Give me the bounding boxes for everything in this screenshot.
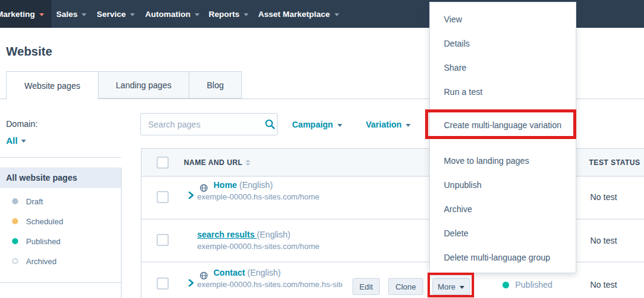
column-header-label: TEST STATUS	[589, 158, 640, 167]
tab-label: Blog	[207, 80, 224, 90]
sidebar-item-all-website-pages[interactable]: All website pages	[0, 167, 121, 188]
row-checkbox[interactable]	[157, 234, 169, 246]
nav-item-label: Reports	[209, 10, 239, 19]
search-input[interactable]	[141, 120, 262, 129]
chevron-down-icon	[82, 13, 86, 16]
sidebar-divider	[0, 282, 121, 283]
nav-item-sales[interactable]: Sales	[56, 0, 86, 28]
domain-filter-dropdown[interactable]: All	[6, 135, 26, 146]
domain-filter-label: Domain:	[6, 119, 37, 129]
tab-label: Landing pages	[116, 80, 172, 90]
menu-item-run-a-test[interactable]: Run a test	[430, 80, 576, 104]
expand-row-icon[interactable]	[187, 279, 195, 290]
nav-item-marketing[interactable]: Marketing	[0, 0, 51, 28]
nav-item-label: Asset Marketplace	[258, 10, 330, 19]
clone-button[interactable]: Clone	[388, 278, 423, 295]
chevron-down-icon	[337, 124, 342, 127]
more-actions-menu: View Details Share Run a test Create mul…	[429, 2, 576, 273]
row-checkbox[interactable]	[157, 277, 169, 290]
chevron-down-icon	[244, 13, 249, 16]
sidebar-item-published[interactable]: Published	[0, 233, 121, 249]
sidebar-item-label: All website pages	[6, 173, 77, 183]
page-title: Website	[6, 45, 52, 59]
sidebar-item-label: Scheduled	[26, 217, 63, 226]
page-language: (English)	[239, 180, 273, 190]
tab-blog[interactable]: Blog	[189, 71, 242, 99]
chevron-down-icon	[21, 140, 26, 143]
page-language: (English)	[257, 230, 290, 239]
more-button-label: More	[438, 282, 456, 291]
nav-item-label: Automation	[145, 10, 190, 19]
sidebar-item-label: Draft	[26, 197, 43, 206]
sort-icon[interactable]	[246, 160, 250, 166]
tab-website-pages[interactable]: Website pages	[6, 71, 99, 99]
row-checkbox[interactable]	[157, 191, 169, 203]
nav-item-label: Marketing	[0, 10, 35, 19]
archived-status-dot-icon	[12, 258, 18, 264]
menu-item-view[interactable]: View	[430, 7, 576, 31]
page-name: search results	[197, 230, 255, 239]
select-all-checkbox[interactable]	[157, 157, 169, 169]
chevron-down-icon	[406, 124, 411, 127]
column-header-test-status: TEST STATUS	[589, 158, 640, 167]
page-url: exemple-00000.hs-sites.com/home.hs-sites…	[197, 280, 342, 289]
chevron-down-icon	[39, 13, 44, 16]
menu-item-details[interactable]: Details	[430, 31, 576, 56]
variation-filter-dropdown[interactable]: Variation	[366, 120, 411, 129]
nav-item-asset-marketplace[interactable]: Asset Marketplace	[258, 0, 339, 28]
sidebar-item-archived[interactable]: Archived	[0, 253, 121, 269]
test-status-value: No test	[590, 280, 617, 290]
published-dot-icon	[503, 282, 509, 288]
expand-row-icon[interactable]	[187, 191, 195, 202]
tab-landing-pages[interactable]: Landing pages	[98, 71, 189, 99]
draft-status-dot-icon	[12, 198, 18, 204]
chevron-down-icon	[460, 286, 464, 289]
menu-item-move-to-landing-pages[interactable]: Move to landing pages	[430, 149, 576, 173]
page-url: exemple-00000.hs-sites.com/home	[197, 242, 319, 251]
column-header-label: NAME AND URL	[184, 158, 242, 167]
more-button[interactable]: More	[432, 278, 470, 295]
menu-item-share[interactable]: Share	[430, 56, 576, 80]
sidebar-item-label: Archived	[26, 257, 57, 266]
page-name-link[interactable]: Home (English)	[213, 180, 273, 190]
menu-item-delete[interactable]: Delete	[430, 221, 576, 245]
filter-label: Variation	[366, 120, 402, 129]
nav-item-label: Service	[97, 10, 126, 19]
menu-item-archive[interactable]: Archive	[430, 197, 576, 221]
sidebar-item-draft[interactable]: Draft	[0, 193, 121, 209]
sidebar-vertical-border	[121, 167, 122, 298]
search-icon[interactable]	[262, 119, 277, 129]
page-name: Home	[213, 180, 237, 190]
edit-button[interactable]: Edit	[353, 278, 380, 295]
publish-status-badge: Published	[503, 280, 553, 290]
hubspot-website-pages-screen: Marketing Sales Service Automation Repor…	[0, 0, 644, 298]
page-name-link[interactable]: Contact (English)	[213, 268, 281, 277]
scheduled-status-dot-icon	[12, 218, 18, 224]
menu-item-unpublish[interactable]: Unpublish	[430, 173, 576, 197]
nav-item-service[interactable]: Service	[97, 0, 135, 28]
sidebar-divider	[0, 157, 121, 158]
nav-item-reports[interactable]: Reports	[209, 0, 249, 28]
tab-label: Website pages	[24, 81, 80, 91]
nav-item-label: Sales	[56, 10, 77, 19]
test-status-value: No test	[590, 192, 617, 202]
sidebar-item-scheduled[interactable]: Scheduled	[0, 213, 121, 229]
menu-item-delete-multi-language-group[interactable]: Delete multi-language group	[430, 245, 576, 270]
menu-item-create-multi-language-variation[interactable]: Create multi-language variation	[430, 113, 576, 137]
page-name: Contact	[213, 268, 245, 277]
page-url: exemple-00000.hs-sites.com/home	[197, 192, 319, 201]
published-status-dot-icon	[12, 238, 18, 244]
campaign-filter-dropdown[interactable]: Campaign	[292, 120, 342, 129]
filter-label: Campaign	[292, 120, 333, 129]
chevron-down-icon	[130, 13, 135, 16]
nav-item-automation[interactable]: Automation	[145, 0, 200, 28]
page-name-link[interactable]: search results (English)	[197, 230, 290, 239]
sidebar-item-label: Published	[26, 237, 60, 246]
publish-status-label: Published	[515, 280, 553, 290]
page-language: (English)	[247, 268, 281, 277]
test-status-value: No test	[590, 236, 617, 245]
chevron-down-icon	[334, 13, 339, 16]
column-header-name-and-url[interactable]: NAME AND URL	[184, 158, 250, 167]
search-pages-box	[140, 113, 278, 135]
chevron-down-icon	[195, 13, 200, 16]
